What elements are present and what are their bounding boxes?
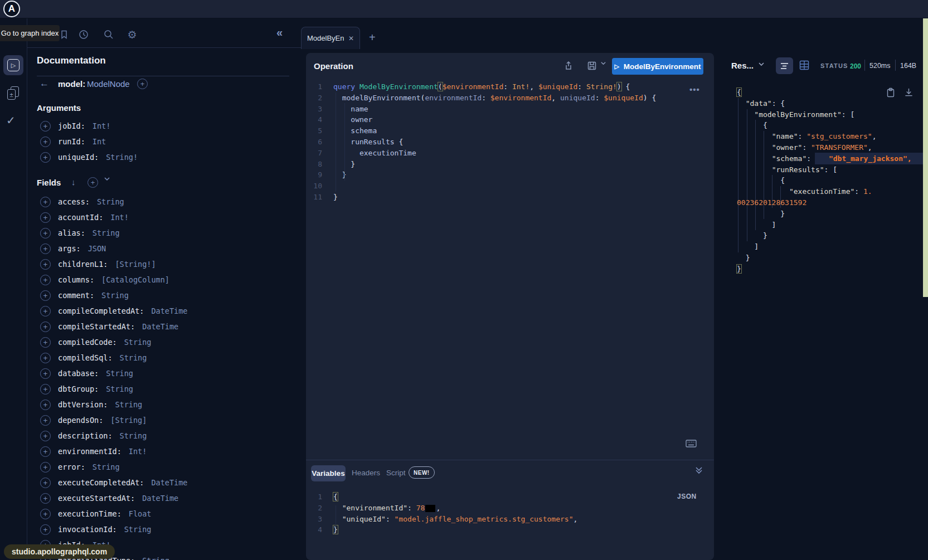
field-type[interactable]: [String] (110, 416, 147, 425)
add-all-fields-icon[interactable]: + (88, 177, 98, 188)
add-field-icon[interactable]: + (40, 400, 51, 410)
field-name[interactable]: compileCompletedAt: (58, 306, 144, 315)
add-model-icon[interactable]: + (137, 79, 148, 89)
keyboard-shortcuts-icon[interactable] (686, 440, 697, 447)
field-type[interactable]: String (93, 462, 120, 471)
share-icon[interactable] (563, 61, 575, 72)
field-name[interactable]: error: (58, 462, 85, 471)
operation-editor[interactable]: 1query ModelByEnvironment($environmentId… (306, 81, 714, 203)
save-icon[interactable] (587, 61, 598, 72)
model-type-link[interactable]: ModelNode (87, 79, 130, 89)
add-field-icon[interactable]: + (40, 384, 51, 395)
add-field-icon[interactable]: + (40, 415, 51, 426)
sidebar-item-explorer[interactable]: ▷ (3, 55, 23, 75)
sidebar-item-checks[interactable]: ✓ (6, 114, 16, 127)
field-type[interactable]: String (124, 338, 152, 347)
add-field-icon[interactable]: + (40, 228, 51, 238)
field-type[interactable]: Int! (110, 213, 129, 222)
field-type[interactable]: DateTime (142, 322, 178, 331)
tab-modelbyenvironment[interactable]: ModelByEnvi... ✕ (301, 27, 360, 49)
field-name[interactable]: args: (58, 244, 81, 253)
field-name[interactable]: dbtVersion: (58, 400, 108, 409)
field-name[interactable]: environmentId: (58, 447, 122, 456)
field-name[interactable]: executeCompletedAt: (58, 478, 144, 487)
add-field-icon[interactable]: + (40, 244, 51, 254)
field-type[interactable]: Int! (93, 121, 111, 130)
add-field-icon[interactable]: + (40, 137, 51, 147)
add-field-icon[interactable]: + (40, 197, 51, 207)
add-field-icon[interactable]: + (40, 212, 51, 223)
field-type[interactable]: String (115, 400, 142, 409)
sort-fields-icon[interactable]: ↓ (71, 177, 76, 187)
add-field-icon[interactable]: + (40, 290, 51, 301)
add-field-icon[interactable]: + (40, 509, 51, 519)
tab-script[interactable]: Script (386, 469, 406, 477)
field-type[interactable]: Float (129, 509, 152, 518)
add-field-icon[interactable]: + (40, 493, 51, 504)
add-field-icon[interactable]: + (40, 337, 51, 348)
field-name[interactable]: columns: (58, 275, 94, 284)
field-type[interactable]: DateTime (151, 478, 187, 487)
field-name[interactable]: accountId: (58, 213, 103, 222)
save-dropdown-chevron-icon[interactable] (600, 60, 606, 66)
tab-headers[interactable]: Headers (352, 469, 380, 477)
collapse-sidebar-icon[interactable]: « (276, 26, 283, 39)
back-arrow-icon[interactable]: ← (40, 78, 49, 89)
field-name[interactable]: jobId: (58, 121, 85, 130)
field-name[interactable]: dependsOn: (58, 416, 103, 425)
collapse-bottom-panel-icon[interactable] (695, 466, 704, 476)
close-tab-icon[interactable]: ✕ (348, 35, 354, 42)
tree-view-toggle[interactable] (776, 57, 793, 74)
add-field-icon[interactable]: + (40, 306, 51, 316)
field-name[interactable]: alias: (58, 228, 85, 237)
add-field-icon[interactable]: + (40, 259, 51, 270)
field-name[interactable]: comment: (58, 291, 94, 300)
add-field-icon[interactable]: + (40, 121, 51, 132)
field-type[interactable]: String (106, 369, 133, 378)
field-name[interactable]: compiledCode: (58, 338, 117, 347)
field-type[interactable]: [CatalogColumn] (101, 275, 169, 284)
field-type[interactable]: DateTime (142, 494, 178, 503)
response-json-tree[interactable]: { "data": { "modelByEnvironment": [ { "n… (737, 87, 921, 275)
field-name[interactable]: executionTime: (58, 509, 122, 518)
field-type[interactable]: String! (106, 153, 138, 162)
variables-editor[interactable]: 1{2 "environmentId": 78,3 "uniqueId": "m… (306, 491, 714, 535)
add-field-icon[interactable]: + (40, 431, 51, 441)
tab-variables[interactable]: Variables (311, 465, 346, 481)
field-type[interactable]: JSON (88, 244, 106, 253)
new-tab-icon[interactable]: + (369, 31, 376, 44)
field-name[interactable]: childrenL1: (58, 260, 108, 269)
add-field-icon[interactable]: + (40, 275, 51, 285)
table-view-toggle[interactable] (799, 60, 810, 71)
field-type[interactable]: String (106, 384, 133, 393)
field-name[interactable]: description: (58, 431, 113, 440)
field-name[interactable]: compiledSql: (58, 353, 113, 362)
search-icon[interactable] (102, 28, 115, 41)
add-field-icon[interactable]: + (40, 152, 51, 163)
sidebar-item-collections[interactable]: ± (7, 86, 20, 101)
add-field-icon[interactable]: + (40, 353, 51, 363)
fields-chevron-down-icon[interactable] (104, 176, 110, 182)
add-field-icon[interactable]: + (40, 322, 51, 332)
add-field-icon[interactable]: + (40, 368, 51, 379)
field-type[interactable]: String (142, 556, 169, 560)
field-name[interactable]: invocationId: (58, 525, 117, 534)
field-type[interactable]: String (97, 197, 124, 206)
field-name[interactable]: executeStartedAt: (58, 494, 135, 503)
run-operation-button[interactable]: ▷ ModelByEnvironment (612, 58, 703, 75)
field-name[interactable]: compileStartedAt: (58, 322, 135, 331)
field-name[interactable]: access: (58, 197, 90, 206)
field-name[interactable]: dbtGroup: (58, 384, 99, 393)
field-name[interactable]: runId: (58, 137, 85, 146)
apollo-logo-icon[interactable]: A (3, 1, 20, 17)
field-type[interactable]: String (101, 291, 129, 300)
add-field-icon[interactable]: + (40, 478, 51, 488)
field-type[interactable]: String (124, 525, 152, 534)
field-type[interactable]: String (93, 228, 120, 237)
field-type[interactable]: DateTime (151, 306, 187, 315)
field-type[interactable]: Int! (129, 447, 147, 456)
response-dropdown-chevron-icon[interactable] (758, 61, 765, 67)
field-type[interactable]: String (120, 353, 147, 362)
field-type[interactable]: [String!] (115, 260, 156, 269)
field-name[interactable]: database: (58, 369, 99, 378)
